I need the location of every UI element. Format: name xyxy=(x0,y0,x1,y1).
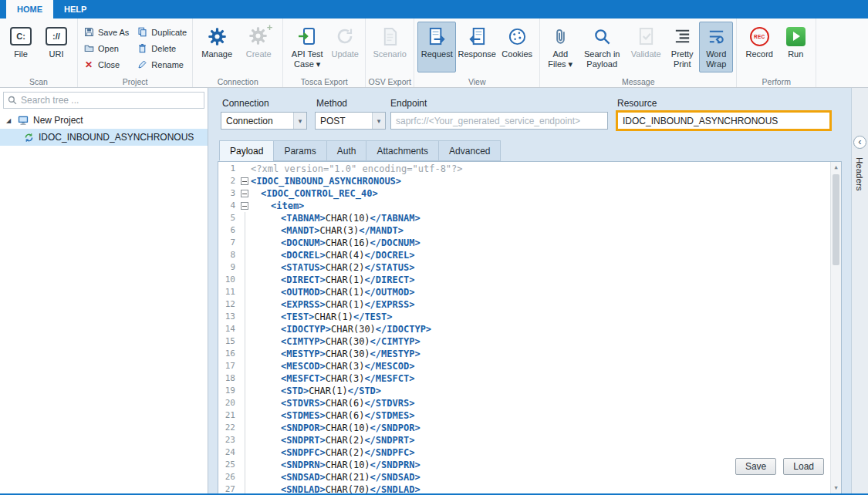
line-number: 12 xyxy=(218,298,239,311)
load-payload-button[interactable]: Load xyxy=(783,458,824,475)
line-number: 22 xyxy=(218,422,239,434)
run-button[interactable]: Run xyxy=(778,22,812,72)
tab-auth[interactable]: Auth xyxy=(326,140,367,161)
code-line: 14<IDOCTYP>CHAR(30)</IDOCTYP> xyxy=(218,323,830,335)
tab-params[interactable]: Params xyxy=(273,140,326,161)
ribbon-group-project: Save As Open ✕ Close D xyxy=(78,19,193,87)
code-line: 23<SNDPRT>CHAR(2)</SNDPRT> xyxy=(218,434,830,446)
group-label-project: Project xyxy=(78,77,192,86)
pretty-print-button[interactable]: Pretty Print xyxy=(665,22,699,72)
fold-collapse-icon[interactable] xyxy=(241,190,248,197)
line-number: 24 xyxy=(218,446,239,459)
uri-scan-button[interactable]: :// URI xyxy=(39,22,74,72)
line-number: 21 xyxy=(218,409,239,422)
cookies-view-button[interactable]: Cookies xyxy=(498,22,536,72)
code-line: 8<DOCREL>CHAR(4)</DOCREL> xyxy=(218,249,830,261)
tab-home[interactable]: HOME xyxy=(6,0,53,19)
line-number: 7 xyxy=(218,237,239,249)
line-number: 5 xyxy=(218,212,239,224)
cookie-icon xyxy=(508,25,527,48)
scroll-up-icon[interactable]: ▲ xyxy=(831,162,841,173)
headers-panel-tab[interactable]: Headers xyxy=(855,157,864,190)
tree-search-input[interactable] xyxy=(21,95,200,106)
update-sync-icon xyxy=(335,25,355,48)
ribbon-group-perform: REC Record Run Perform xyxy=(737,19,816,87)
api-test-case-button[interactable]: API Test Case ▾ xyxy=(286,22,328,72)
tree-item-idoc-inbound-asynchronous[interactable]: IDOC_INBOUND_ASYNCHRONOUS xyxy=(0,129,208,146)
editor-vertical-scrollbar[interactable]: ▲ ▼ xyxy=(830,162,841,493)
line-number: 19 xyxy=(218,385,239,397)
line-number: 4 xyxy=(218,200,239,212)
tab-help[interactable]: HELP xyxy=(53,0,97,19)
scroll-down-icon[interactable]: ▼ xyxy=(831,483,841,493)
create-connection-button[interactable]: + Create xyxy=(238,22,279,72)
tree-search-box xyxy=(3,92,204,109)
expand-headers-button[interactable]: ‹ xyxy=(853,136,866,149)
code-line: 21<STDMES>CHAR(6)</STDMES> xyxy=(218,409,830,422)
validate-button[interactable]: Validate xyxy=(627,22,665,72)
line-number: 17 xyxy=(218,360,239,372)
chevron-down-icon[interactable]: ▾ xyxy=(293,113,306,129)
ribbon-tab-bar: HOME HELP xyxy=(0,0,868,19)
endpoint-input[interactable] xyxy=(391,113,607,129)
ribbon-group-scan: C: File :// URI Scan xyxy=(0,19,78,87)
line-number: 18 xyxy=(218,372,239,385)
code-line: 12<EXPRSS>CHAR(1)</EXPRSS> xyxy=(218,298,830,311)
scenario-document-icon xyxy=(380,25,400,48)
tab-attachments[interactable]: Attachments xyxy=(366,140,439,161)
scenario-button[interactable]: Scenario xyxy=(369,22,410,72)
headers-side-panel: ‹ Headers xyxy=(851,88,868,493)
duplicate-icon xyxy=(137,27,147,38)
request-tabs: PayloadParamsAuthAttachmentsAdvanced xyxy=(219,140,500,161)
request-view-button[interactable]: Request xyxy=(417,22,456,72)
add-files-button[interactable]: Add Files ▾ xyxy=(543,22,577,72)
record-button[interactable]: REC Record xyxy=(740,22,778,72)
code-line: 22<SNDPOR>CHAR(10)</SNDPOR> xyxy=(218,422,830,434)
resource-field xyxy=(616,110,832,131)
code-line: 24<SNDPFC>CHAR(2)</SNDPFC> xyxy=(218,446,830,459)
payload-editor[interactable]: 1<?xml version="1.0" encoding="utf-8"?>2… xyxy=(218,161,842,493)
request-panel: Connection Method Endpoint Resource Conn… xyxy=(208,88,868,493)
line-number: 26 xyxy=(218,471,239,483)
line-number: 16 xyxy=(218,348,239,360)
code-line: 3<IDOC_CONTROL_REC_40> xyxy=(218,187,830,200)
line-number: 10 xyxy=(218,274,239,286)
word-wrap-button[interactable]: Word Wrap xyxy=(699,22,733,72)
file-scan-button[interactable]: C: File xyxy=(3,22,39,72)
resource-input[interactable] xyxy=(618,113,829,129)
fold-collapse-icon[interactable] xyxy=(241,202,248,210)
rename-button[interactable]: Rename xyxy=(134,58,189,71)
save-as-button[interactable]: Save As xyxy=(81,25,131,39)
update-button[interactable]: Update xyxy=(328,22,362,72)
rename-pencil-icon xyxy=(137,59,147,70)
delete-button[interactable]: Delete xyxy=(134,42,189,55)
code-line: 18<MESFCT>CHAR(3)</MESFCT> xyxy=(218,372,830,385)
group-label-connection: Connection xyxy=(193,77,282,86)
chevron-down-icon[interactable]: ▾ xyxy=(372,113,385,129)
search-in-payload-button[interactable]: Search in Payload xyxy=(577,22,627,72)
open-button[interactable]: Open xyxy=(81,42,131,55)
payload-actions: Save Load xyxy=(735,458,824,475)
close-button[interactable]: ✕ Close xyxy=(81,58,131,71)
code-line: 6<MANDT>CHAR(3)</MANDT> xyxy=(218,224,830,237)
scrollbar-thumb[interactable] xyxy=(833,174,839,265)
line-number: 3 xyxy=(218,187,239,200)
tab-advanced[interactable]: Advanced xyxy=(438,140,501,161)
endpoint-field xyxy=(390,112,608,130)
response-view-button[interactable]: Response xyxy=(456,22,498,72)
group-label-osv-export: OSV Export xyxy=(366,77,414,86)
method-select[interactable]: POST ▾ xyxy=(315,112,386,130)
group-label-perform: Perform xyxy=(737,77,816,86)
fold-collapse-icon[interactable] xyxy=(241,177,248,185)
tree-item-new-project[interactable]: ◢ New Project xyxy=(0,112,208,129)
tab-payload[interactable]: Payload xyxy=(219,140,274,161)
manage-connection-button[interactable]: Manage xyxy=(196,22,238,72)
tree-expanded-icon[interactable]: ◢ xyxy=(6,117,13,124)
save-payload-button[interactable]: Save xyxy=(735,458,776,475)
connection-select[interactable]: Connection ▾ xyxy=(221,112,307,130)
duplicate-button[interactable]: Duplicate xyxy=(134,25,189,39)
project-icon xyxy=(18,115,29,126)
line-number: 9 xyxy=(218,261,239,274)
group-label-tosca-export: Tosca Export xyxy=(283,77,365,86)
group-label-view: View xyxy=(414,77,539,86)
